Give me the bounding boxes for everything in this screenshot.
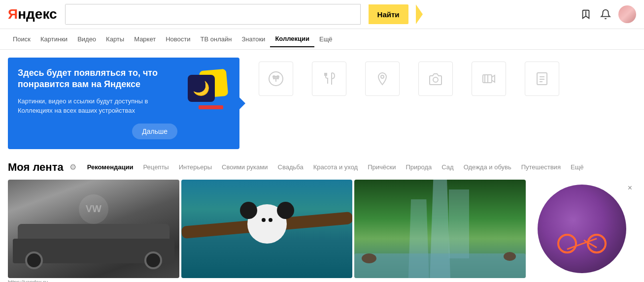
nav-item-collections[interactable]: Коллекции (270, 31, 314, 47)
category-icon-camera (418, 62, 453, 96)
category-icon-fork-knife (312, 62, 346, 96)
content-grid: VW (0, 180, 644, 278)
header-icons (579, 5, 636, 23)
nav-item-news[interactable]: Новости (161, 31, 195, 47)
svg-point-3 (277, 76, 279, 78)
category-icon-food (259, 62, 293, 96)
promo-banner: Здесь будет появляться то, что понравитс… (8, 58, 239, 149)
promo-title: Здесь будет появляться то, что понравитс… (18, 67, 177, 91)
nav-item-images[interactable]: Картинки (35, 31, 72, 47)
search-input[interactable] (66, 4, 360, 24)
feed-tab-clothes[interactable]: Одежда и обувь (459, 161, 516, 173)
nav-item-video[interactable]: Видео (72, 31, 101, 47)
close-button[interactable]: × (628, 184, 632, 192)
svg-point-4 (381, 75, 384, 78)
feed-tab-diy[interactable]: Своими руками (217, 161, 272, 173)
feed-tab-recommendations[interactable]: Рекомендации (82, 161, 138, 173)
feed-tab-garden[interactable]: Сад (437, 161, 458, 173)
feed-tab-more[interactable]: Ещё (566, 161, 589, 173)
nav-item-more[interactable]: Ещё (314, 31, 338, 47)
feed-tabs: Рекомендации Рецепты Интерьеры Своими ру… (82, 161, 589, 173)
category-item[interactable] (358, 58, 407, 103)
promo-arrow (238, 96, 245, 110)
card-panda[interactable] (181, 180, 353, 278)
card-flowers[interactable]: × (528, 180, 636, 278)
nav: Поиск Картинки Видео Карты Маркет Новост… (0, 29, 644, 50)
feed-tab-recipes[interactable]: Рецепты (138, 161, 174, 173)
category-item[interactable] (251, 58, 301, 103)
svg-point-5 (433, 77, 438, 82)
url-bar: https://yandex.ru (0, 278, 644, 282)
category-icon-notes (525, 62, 559, 96)
categories-row (239, 58, 636, 103)
feed-tab-wedding[interactable]: Свадьба (273, 161, 308, 173)
feed-tab-nature[interactable]: Природа (401, 161, 437, 173)
nav-item-maps[interactable]: Карты (101, 31, 129, 47)
top-section: Здесь будет появляться то, что понравитс… (0, 50, 644, 153)
logo[interactable]: Яндекс (8, 6, 57, 22)
feed-title: Моя лента (8, 161, 64, 174)
feed-tab-interiors[interactable]: Интерьеры (174, 161, 217, 173)
nav-item-tv[interactable]: ТВ онлайн (196, 31, 237, 47)
feed-tab-hairstyles[interactable]: Причёски (363, 161, 401, 173)
bookmark-icon[interactable] (579, 7, 593, 21)
svg-point-2 (273, 76, 275, 78)
category-item[interactable] (464, 58, 513, 103)
nav-item-experts[interactable]: Знатоки (237, 31, 270, 47)
feed-header: Моя лента ⚙ Рекомендации Рецепты Интерье… (8, 161, 636, 174)
feed-section: Моя лента ⚙ Рекомендации Рецепты Интерье… (0, 153, 644, 174)
card-waterfall[interactable] (354, 180, 526, 278)
search-arrow (416, 4, 423, 24)
bell-icon[interactable] (599, 7, 612, 21)
card-car[interactable]: VW (8, 180, 179, 278)
category-item[interactable] (517, 58, 567, 103)
header: Яндекс Найти (0, 0, 644, 29)
category-icon-map (365, 62, 400, 96)
gear-icon[interactable]: ⚙ (69, 162, 76, 172)
category-item[interactable] (305, 58, 354, 103)
nav-item-search[interactable]: Поиск (8, 31, 35, 47)
search-bar (65, 4, 361, 25)
promo-text: Здесь будет появляться то, что понравитс… (18, 67, 177, 139)
category-icon-video (472, 62, 506, 96)
feed-tab-beauty[interactable]: Красота и уход (308, 161, 363, 173)
feed-tab-travel[interactable]: Путешествия (516, 161, 566, 173)
nav-item-market[interactable]: Маркет (129, 31, 161, 47)
promo-button[interactable]: Дальше (132, 124, 177, 139)
promo-image: 🌙 (185, 67, 230, 112)
search-button[interactable]: Найти (369, 4, 408, 24)
promo-description: Картинки, видео и ссылки будут доступны … (18, 96, 177, 116)
category-item[interactable] (411, 58, 460, 103)
avatar[interactable] (618, 5, 636, 23)
